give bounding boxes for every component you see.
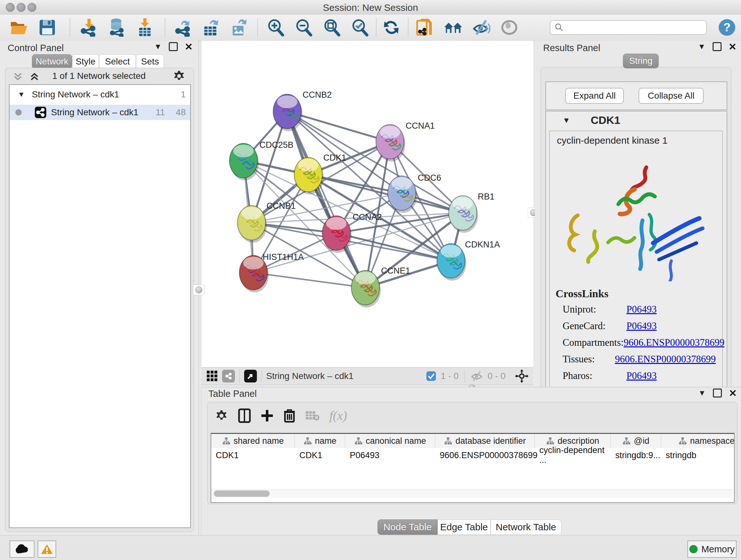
zoom-selected-icon[interactable] <box>350 18 369 37</box>
crosslink-link[interactable]: P06493 <box>626 320 657 332</box>
crosslink-label: Compartments: <box>562 337 623 348</box>
toolbar-separator <box>408 18 408 37</box>
network-row[interactable]: String Network – cdk1 11 48 <box>10 105 190 120</box>
collapse-all-networks-icon[interactable] <box>29 71 40 82</box>
column-header-id[interactable]: @id <box>611 434 661 448</box>
crosslink-link[interactable]: 9606.ENSP00000378699 <box>615 354 716 365</box>
network-tree: ▼ String Network – cdk1 1 String Network… <box>9 84 191 528</box>
network-collection-row[interactable]: ▼ String Network – cdk1 1 <box>10 85 190 102</box>
window-title: Session: New Session <box>0 2 741 13</box>
collapse-all-button[interactable]: Collapse All <box>638 88 704 104</box>
zoom-out-icon[interactable] <box>294 18 313 37</box>
selected-checkbox-icon[interactable] <box>426 371 436 381</box>
tab-node-table[interactable]: Node Table <box>378 519 437 535</box>
import-network-file-icon[interactable] <box>79 18 98 37</box>
save-session-icon[interactable] <box>38 18 57 37</box>
network-style-icon[interactable] <box>222 370 235 382</box>
column-header-sharedname[interactable]: shared name <box>211 434 295 448</box>
memory-label: Memory <box>701 544 735 555</box>
network-node-cdk1[interactable]: CDK1 <box>294 153 346 194</box>
float-panel-icon[interactable] <box>713 388 722 397</box>
tab-string[interactable]: String <box>623 54 659 68</box>
warning-status-button[interactable] <box>38 541 56 558</box>
close-panel-icon[interactable]: ✕ <box>729 388 737 399</box>
birdseye-grid-icon[interactable] <box>206 370 218 382</box>
table-row[interactable]: CDK1CDK1P064939606.ENSP00000378699cyclin… <box>211 448 734 462</box>
export-network-icon[interactable] <box>174 18 193 37</box>
network-icon <box>35 106 47 118</box>
crosslink-link[interactable]: P06493 <box>626 304 657 315</box>
tab-style[interactable]: Style <box>72 54 99 69</box>
network-node-ccna1[interactable]: CCNA1 <box>376 121 435 162</box>
network-node-cdkn1a[interactable]: CDKN1A <box>437 240 500 281</box>
table-settings-gear-icon[interactable] <box>214 409 228 423</box>
section-expander-icon[interactable]: ▼ <box>562 116 570 125</box>
function-builder-icon: f(x) <box>329 408 347 423</box>
network-node-hist1h1a[interactable]: HIST1H1A <box>239 252 304 293</box>
toolbar-separator <box>70 18 70 37</box>
collapse-panel-icon[interactable]: ▼ <box>154 42 162 51</box>
export-table-icon[interactable] <box>202 18 221 37</box>
network-edge[interactable] <box>287 111 390 142</box>
column-header-label: shared name <box>233 436 284 446</box>
crosslink-label: Pharos: <box>562 370 626 381</box>
preview-eye-icon[interactable] <box>500 18 519 37</box>
refresh-icon[interactable] <box>382 18 401 37</box>
column-header-namespace[interactable]: namespace <box>661 434 735 448</box>
search-input[interactable] <box>550 20 707 35</box>
collapse-panel-icon[interactable]: ▼ <box>698 42 705 51</box>
tab-network-table[interactable]: Network Table <box>490 519 561 535</box>
home-icon[interactable] <box>444 18 463 37</box>
string-network-graph[interactable]: CCNB2CCNA1CDC25BCDK1CDC6RB1CCNB1CCNA2CDK… <box>201 41 533 367</box>
close-panel-icon[interactable]: ✕ <box>729 41 737 52</box>
delete-column-icon[interactable] <box>283 408 295 423</box>
float-panel-icon[interactable] <box>713 42 722 51</box>
show-hide-icon[interactable] <box>472 18 491 37</box>
crosslinks-title: CrossLinks <box>556 288 609 300</box>
network-node-rb1[interactable]: RB1 <box>449 192 495 233</box>
expand-all-button[interactable]: Expand All <box>565 88 624 104</box>
annotation-icon[interactable] <box>415 18 434 37</box>
hscrollbar-thumb[interactable] <box>214 490 270 497</box>
crosslink-link[interactable]: 9606.ENSP00000378699 <box>623 337 724 348</box>
node-label: CDK1 <box>323 153 346 163</box>
zoom-fit-icon[interactable] <box>322 18 341 37</box>
toolbar-separator <box>239 370 240 382</box>
help-icon[interactable]: ? <box>718 18 737 37</box>
network-edge[interactable] <box>253 273 365 288</box>
tab-select[interactable]: Select <box>99 54 136 69</box>
show-columns-icon[interactable] <box>238 408 251 423</box>
fit-content-crosshair-icon[interactable] <box>515 369 529 383</box>
collapse-panel-icon[interactable]: ▼ <box>698 388 706 397</box>
network-view-canvas[interactable]: CCNB2CCNA1CDC25BCDK1CDC6RB1CCNB1CCNA2CDK… <box>201 41 533 367</box>
add-column-icon[interactable] <box>260 409 274 422</box>
network-node-cdc6[interactable]: CDC6 <box>388 173 441 213</box>
crosslink-row: GeneCard:P06493 <box>562 320 716 332</box>
expand-all-networks-icon[interactable] <box>13 71 23 82</box>
tab-sets[interactable]: Sets <box>136 54 164 69</box>
crosslink-link[interactable]: P06493 <box>626 370 657 381</box>
float-panel-icon[interactable] <box>169 42 178 51</box>
toolbar-separator <box>261 370 262 382</box>
open-external-icon[interactable] <box>244 370 257 382</box>
tab-edge-table[interactable]: Edge Table <box>437 519 490 535</box>
table-hscrollbar[interactable] <box>211 489 733 498</box>
zoom-in-icon[interactable] <box>266 18 285 37</box>
tab-network[interactable]: Network <box>32 54 72 69</box>
column-header-canonicalname[interactable]: canonical name <box>345 434 435 448</box>
import-table-icon[interactable] <box>135 18 154 37</box>
import-network-database-icon[interactable] <box>107 18 126 37</box>
column-header-databaseidentifier[interactable]: database identifier <box>435 434 535 448</box>
export-image-icon[interactable] <box>230 18 249 37</box>
left-splitter-handle[interactable] <box>193 285 205 295</box>
collection-expander-icon[interactable]: ▼ <box>18 90 25 99</box>
memory-button[interactable]: Memory <box>687 541 737 558</box>
column-header-name[interactable]: name <box>295 434 345 448</box>
table-panel-title: Table Panel <box>208 388 257 399</box>
network-options-gear-icon[interactable] <box>172 69 186 82</box>
control-panel: Control Panel ▼ ✕ Network Style Select S… <box>0 41 199 535</box>
open-session-icon[interactable] <box>10 18 29 37</box>
close-panel-icon[interactable]: ✕ <box>185 41 193 52</box>
network-node-ccne1[interactable]: CCNE1 <box>351 266 410 307</box>
cloud-status-button[interactable] <box>10 541 35 558</box>
